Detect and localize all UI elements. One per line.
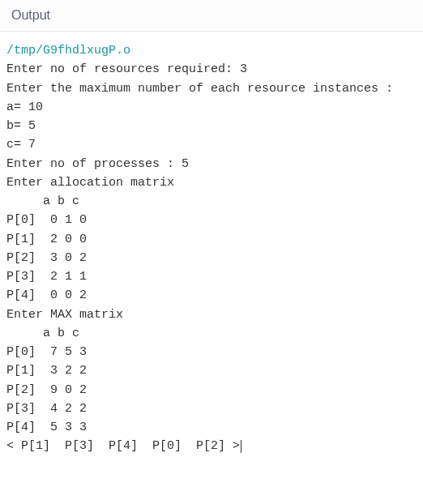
cursor xyxy=(241,440,241,453)
output-line: Enter the maximum number of each resourc… xyxy=(6,82,393,96)
output-line: c= 7 xyxy=(6,138,36,152)
output-line: b= 5 xyxy=(6,119,36,133)
output-line: Enter allocation matrix xyxy=(6,176,174,190)
file-path: /tmp/G9fhdlxugP.o xyxy=(6,44,130,58)
output-line: a b c xyxy=(6,194,79,208)
output-line: a b c xyxy=(6,327,79,340)
output-line: < P[1] P[3] P[4] P[0] P[2] > xyxy=(6,439,240,453)
output-line: a= 10 xyxy=(6,100,43,114)
output-header: Output xyxy=(0,0,423,32)
output-line: P[1] 2 0 0 xyxy=(6,233,87,246)
output-line: P[2] 9 0 2 xyxy=(6,383,87,397)
output-line: P[2] 3 0 2 xyxy=(6,251,87,265)
output-line: P[0] 7 5 3 xyxy=(6,345,87,359)
output-line: P[4] 0 0 2 xyxy=(6,288,87,302)
terminal-output: /tmp/G9fhdlxugP.o Enter no of resources … xyxy=(0,32,423,466)
output-line: Enter no of processes : 5 xyxy=(6,157,189,171)
output-line: Enter no of resources required: 3 xyxy=(6,62,247,76)
output-line: P[3] 2 1 1 xyxy=(6,270,87,284)
output-line: Enter MAX matrix xyxy=(6,308,123,322)
output-title: Output xyxy=(11,8,412,23)
output-line: P[1] 3 2 2 xyxy=(6,364,87,378)
output-line: P[0] 0 1 0 xyxy=(6,213,87,227)
output-line: P[3] 4 2 2 xyxy=(6,402,87,416)
output-line: P[4] 5 3 3 xyxy=(6,421,87,434)
